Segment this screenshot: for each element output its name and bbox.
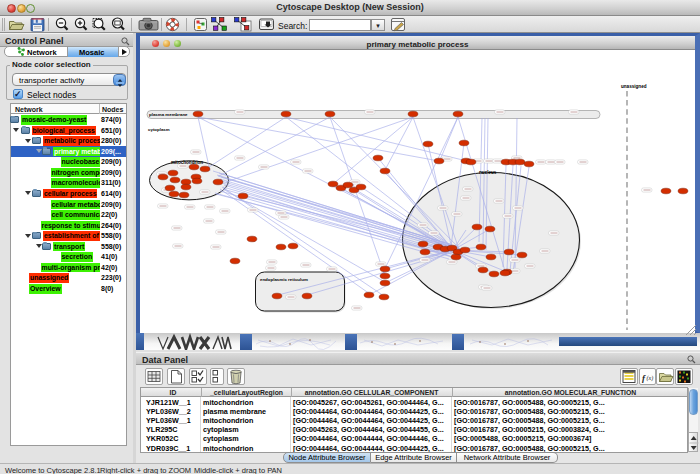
svg-text:mitochondrion: mitochondrion	[171, 160, 203, 165]
svg-text:unassigned: unassigned	[621, 84, 647, 89]
svg-text:(x): (x)	[647, 375, 654, 382]
svg-text:nucleus: nucleus	[479, 170, 497, 175]
svg-text:plasma membrane: plasma membrane	[149, 112, 188, 117]
svg-text:endoplasmic reticulum: endoplasmic reticulum	[260, 277, 308, 282]
svg-text:cytoplasm: cytoplasm	[148, 127, 170, 132]
